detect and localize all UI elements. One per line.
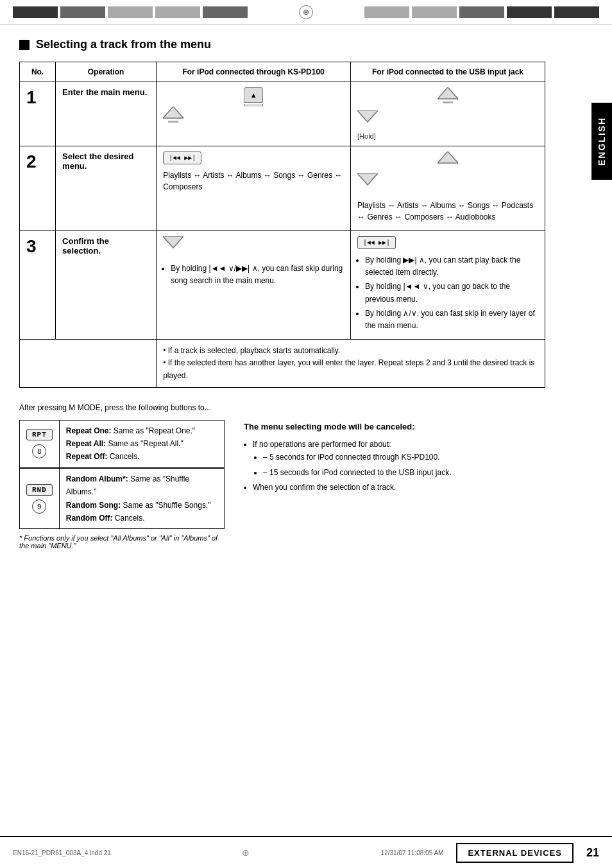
bar-block-r2 [412,6,457,18]
row2-kspd: |◄◄ ▶▶| Playlists ↔ Artists ↔ Albums ↔ S… [157,146,351,231]
bar-block-r3 [459,6,504,18]
rpt-button: RPT [26,429,53,440]
usb-skip-button: |◄◄ ▶▶| [357,236,396,249]
cancel-item-0: If no operations are performed for about… [253,438,593,479]
svg-rect-3 [443,101,453,103]
row2-num: 2 [20,146,56,231]
after-press-text: After pressing M MODE, press the followi… [19,403,593,412]
top-bar-center: ⊕ [248,5,364,19]
row3-usb-item-1: By holding ▶▶| ∧, you can start play bac… [365,254,538,279]
bar-block-3 [108,6,153,18]
bottom-note-content: • If a track is selected, playback start… [157,340,545,388]
row2-usb: Playlists ↔ Artists ↔ Albums ↔ Songs ↔ P… [351,146,545,231]
row3-usb-item-3: By holding ∧/∨, you can fast skip in eve… [365,308,538,332]
lower-section: RPT 8 Repeat One: Same as "Repeat One." … [19,420,593,550]
rpt-text: Repeat One: Same as "Repeat One." Repeat… [66,424,217,464]
skip-btn-container: |◄◄ ▶▶| [163,152,344,164]
svg-marker-0 [163,107,183,118]
heading-square [19,40,30,50]
bar-block-5 [203,6,248,18]
cancel-sub-0-0: 5 seconds for iPod connected through KS-… [263,451,593,464]
table-header-row: No. Operation For iPod connected through… [20,62,545,82]
bar-block-4 [155,6,200,18]
bar-block-r4 [507,6,552,18]
section-heading: Selecting a track from the menu [19,38,593,51]
table-row-2: 2 Select the desired menu. |◄◄ ▶▶| Playl… [20,146,545,231]
rnd-button: RND [26,484,53,496]
table-bottom-note-row: • If a track is selected, playback start… [20,340,545,388]
row2-op: Select the desired menu. [56,146,157,231]
english-tab: ENGLISH [591,103,612,180]
bottom-right-section: 12/31/07 11:08:05 AM EXTERNAL DEVICES 21 [381,843,599,863]
cancel-sub-0-1: 15 seconds for iPod connected to the USB… [263,466,593,479]
row2-usb-down [357,173,538,195]
kspd-btn-svg-row1 [163,107,183,126]
row3-usb-item-2: By holding |◄◄ ∨, you can go back to the… [365,281,538,305]
bottom-note-2: • If the selected item has another layer… [163,357,538,381]
usb-btn-svg-row1-down [357,110,378,130]
row1-num: 1 [20,82,56,146]
row3-kspd-item-1: By holding |◄◄ ∨/▶▶| ∧, you can fast ski… [171,263,344,287]
bar-block-2 [60,6,105,18]
cancel-item-1: When you confirm the selection of a trac… [253,481,593,494]
rnd-content-cell: Random Album*: Same as "Shuffle Albums."… [59,468,224,529]
row1-kspd-btn: ▲ [163,87,344,107]
page-content: Selecting a track from the menu No. Oper… [0,25,612,575]
svg-marker-7 [357,173,378,185]
svg-rect-1 [168,121,178,123]
row3-usb-list: By holding ▶▶| ∧, you can start play bac… [365,254,538,332]
row3-kspd-list: By holding |◄◄ ∨/▶▶| ∧, you can fast ski… [171,263,344,287]
mode-table: RPT 8 Repeat One: Same as "Repeat One." … [19,420,225,530]
cancel-section: The menu selecting mode will be canceled… [244,420,593,494]
usb-btn-svg-row2-down [357,173,378,193]
section-title: Selecting a track from the menu [36,38,211,51]
footnote: * Functions only if you select "All Albu… [19,534,225,550]
rpt-btn-group: RPT 8 [26,429,53,458]
row1-kspd: ▲ [157,82,351,146]
compass-icon-top: ⊕ [299,5,313,19]
hold-label: [Hold] [357,132,376,140]
rpt-icon-cell: RPT 8 [20,420,60,467]
external-devices-badge: EXTERNAL DEVICES [456,843,574,863]
rnd-entry-1: Random Song: Same as "Shuffle Songs." [66,499,217,512]
bar-block-1 [13,6,58,18]
row1-usb-nav [357,87,538,107]
svg-marker-4 [357,110,378,122]
top-bar-left-blocks [13,6,248,18]
col-header-kspd: For iPod connected through KS-PD100 [157,62,351,82]
bottom-note-1: • If a track is selected, playback start… [163,345,538,357]
row2-usb-nav [357,152,538,171]
arrow-up-button: ▲ [244,87,263,103]
bottom-left-info: EN16-21_PDR61_003A_4.indd 21 [13,849,111,856]
row1-op: Enter the main menu. [56,82,157,146]
svg-marker-6 [438,152,458,163]
usb-btn-svg-row2-up [438,152,458,171]
row3-kspd-bullets: By holding |◄◄ ∨/▶▶| ∧, you can fast ski… [163,263,344,287]
page-number: 21 [586,846,599,860]
main-table: No. Operation For iPod connected through… [19,62,545,388]
row3-kspd: By holding |◄◄ ∨/▶▶| ∧, you can fast ski… [157,231,351,340]
cancel-title: The menu selecting mode will be canceled… [244,420,593,434]
bottom-center-compass: ⊕ [242,847,250,858]
row3-usb-skip-btn: |◄◄ ▶▶| [357,236,538,249]
bottom-right-time: 12/31/07 11:08:05 AM [381,849,444,856]
table-row-3: 3 Confirm the selection. By holding |◄◄ … [20,231,545,340]
lower-right: The menu selecting mode will be canceled… [244,420,593,550]
row3-usb-bullets: By holding ▶▶| ∧, you can start play bac… [357,254,538,332]
rpt-content-cell: Repeat One: Same as "Repeat One." Repeat… [59,420,224,467]
rpt-num: 8 [32,444,46,458]
row2-kspd-text: Playlists ↔ Artists ↔ Albums ↔ Songs ↔ G… [163,169,344,193]
rnd-icon-cell: RND 9 [20,468,60,529]
rpt-entry-1: Repeat All: Same as "Repeat All." [66,437,217,450]
rpt-entry-2: Repeat Off: Cancels. [66,450,217,463]
col-header-usb: For iPod connected to the USB input jack [351,62,545,82]
bar-block-r1 [364,6,409,18]
row3-kspd-nav-btn [163,236,344,257]
rnd-num: 9 [32,499,46,514]
row1-usb-down-btn [357,110,538,132]
mode-row-rnd: RND 9 Random Album*: Same as "Shuffle Al… [20,468,225,529]
table-row-1: 1 Enter the main menu. ▲ [20,82,545,146]
rnd-text: Random Album*: Same as "Shuffle Albums."… [66,473,217,525]
lower-left: RPT 8 Repeat One: Same as "Repeat One." … [19,420,225,550]
top-bar: ⊕ [0,0,612,25]
